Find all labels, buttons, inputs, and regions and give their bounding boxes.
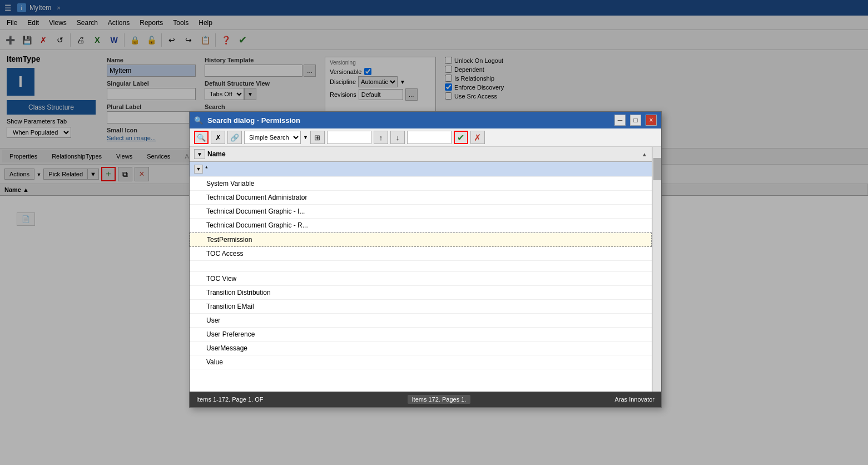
- dialog-list-row-blank[interactable]: [190, 261, 652, 272]
- dialog-search-icon-title: 🔍: [194, 116, 203, 125]
- dialog-content: ▼ Name ▲ ▼ * System Variable Technical D…: [190, 147, 661, 392]
- dialog-list-toggle-button[interactable]: ▼: [194, 149, 205, 159]
- dialog-status-left: Items 1-172. Page 1. OF: [196, 396, 263, 403]
- dialog-list-header: ▼ Name ▲: [190, 147, 652, 162]
- dialog-search-button[interactable]: 🔍: [194, 131, 209, 144]
- dialog-list-row[interactable]: Technical Document Administrator: [190, 191, 652, 205]
- dialog-minimize-button[interactable]: ─: [614, 115, 626, 126]
- dialog-sort-desc-button[interactable]: ↓: [390, 131, 405, 144]
- dialog-list-row[interactable]: Technical Document Graphic - I...: [190, 205, 652, 219]
- dialog-toolbar: 🔍 ✗ 🔗 Simple Search ▼ ⊞ ↑ ↓ ✔ ✗: [190, 128, 661, 147]
- dialog-search-type-select[interactable]: Simple Search: [244, 131, 301, 144]
- dialog-list-row[interactable]: System Variable: [190, 177, 652, 191]
- dialog-scrollbar-track[interactable]: [653, 147, 661, 392]
- dialog-sort-icon: ▲: [642, 151, 647, 157]
- dialog-title: Search dialog - Permission: [207, 116, 610, 125]
- dialog-list-row[interactable]: Transition EMail: [190, 300, 652, 314]
- dialog-grid-button[interactable]: ⊞: [310, 131, 325, 144]
- dialog-row-name: *: [205, 165, 208, 173]
- dialog-list-row[interactable]: Technical Document Graphic - R...: [190, 219, 652, 233]
- dialog-scrollbar-thumb[interactable]: [653, 158, 661, 180]
- dialog-list-row[interactable]: User: [190, 314, 652, 328]
- dialog-confirm-button[interactable]: ✔: [454, 131, 468, 144]
- dialog-list-row[interactable]: TOC Access: [190, 247, 652, 261]
- dialog-name-column-header: Name: [207, 150, 639, 158]
- dialog-cancel-button[interactable]: ✗: [470, 131, 485, 144]
- dialog-list-row[interactable]: Transition Distribution: [190, 286, 652, 300]
- search-dialog: 🔍 Search dialog - Permission ─ □ × 🔍 ✗ 🔗…: [189, 111, 662, 408]
- dialog-scrollbar: [652, 147, 661, 392]
- dialog-list-row-testpermission[interactable]: TestPermission: [190, 233, 652, 247]
- dialog-status-badge: Items 172. Pages 1.: [408, 395, 471, 404]
- dialog-list-row[interactable]: ▼ *: [190, 162, 652, 177]
- dialog-list-row[interactable]: Value: [190, 355, 652, 369]
- dialog-status-right: Aras Innovator: [614, 396, 654, 403]
- dialog-sort-asc-button[interactable]: ↑: [374, 131, 388, 144]
- dialog-titlebar: 🔍 Search dialog - Permission ─ □ ×: [190, 112, 661, 128]
- dialog-restore-button[interactable]: □: [630, 115, 641, 126]
- dialog-search-field2-input[interactable]: [407, 131, 452, 144]
- dialog-search-field-input[interactable]: [327, 131, 371, 144]
- dialog-list-row[interactable]: UserMessage: [190, 342, 652, 355]
- dialog-link-button[interactable]: 🔗: [227, 131, 242, 144]
- dialog-clear-button[interactable]: ✗: [211, 131, 225, 144]
- dialog-close-button[interactable]: ×: [646, 115, 657, 126]
- dialog-row-expand-button[interactable]: ▼: [194, 165, 203, 174]
- dialog-list-row[interactable]: TOC View: [190, 272, 652, 286]
- dialog-list-row[interactable]: User Preference: [190, 328, 652, 342]
- dialog-statusbar: Items 1-172. Page 1. OF Items 172. Pages…: [190, 392, 661, 407]
- dialog-list: ▼ Name ▲ ▼ * System Variable Technical D…: [190, 147, 652, 392]
- dialog-search-type-arrow: ▼: [303, 135, 308, 140]
